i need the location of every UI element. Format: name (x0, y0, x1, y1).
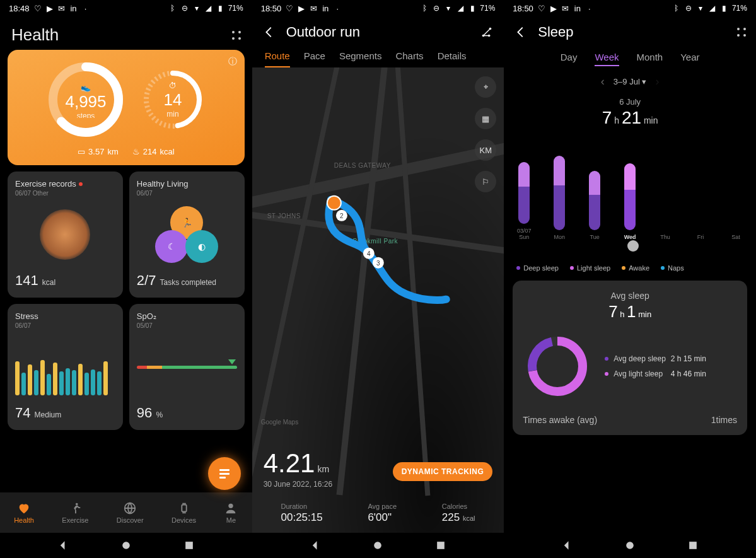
sleep-legend: Deep sleep Light sleep Awake Naps (504, 259, 756, 277)
prev-range-icon[interactable]: ‹ (601, 75, 605, 88)
avg-sleep-card[interactable]: Avg sleep 7 h 1 min Avg deep sleep2 h 15… (513, 281, 747, 435)
stress-bar-chart (15, 339, 115, 395)
sunrise-graphic (15, 209, 115, 260)
range-week[interactable]: Week (595, 52, 619, 66)
status-bar: 18:50 ♡▶✉in· ᛒ⊖▾◢▮71% (504, 0, 756, 16)
tab-me[interactable]: Me (224, 501, 238, 524)
route-map[interactable]: DEALS GATEWAY ST JOHNS Brookmill Park 2 … (252, 67, 504, 533)
map-attribution: Google Maps (261, 419, 298, 426)
svg-rect-24 (438, 542, 445, 549)
clock: 18:48 (9, 4, 30, 13)
status-bar: 18:50 ♡▶✉in· ᛒ⊖▾◢▮71% (252, 0, 504, 16)
run-footer-stats: Duration00:25:15 Avg pace6'00" Calories2… (252, 499, 504, 528)
clover-graphic: 🏃 ☾ ◐ (155, 206, 218, 263)
route-pin-icon[interactable]: ⚐ (475, 171, 496, 192)
bottom-tab-bar: Health Exercise Discover Devices Me (0, 492, 252, 533)
svg-point-7 (76, 503, 78, 506)
tab-exercise[interactable]: Exercise (62, 501, 88, 524)
page-title: Outdoor run (286, 24, 360, 40)
notification-dot-icon (79, 182, 83, 186)
activity-hero-card[interactable]: ⓘ 👟 4,995 steps (8, 50, 245, 165)
heart-icon: ♡ (33, 4, 42, 13)
android-nav-bar (252, 533, 504, 558)
range-day[interactable]: Day (561, 52, 578, 66)
clock: 18:50 (261, 4, 282, 13)
tab-segments[interactable]: Segments (339, 50, 382, 67)
route-polyline: 2 3 4 (252, 67, 504, 508)
svg-point-16 (327, 196, 341, 210)
map-layers-icon[interactable]: ▦ (475, 108, 496, 129)
times-awake-row: Times awake (avg) 1times (523, 415, 737, 425)
menu-dots-icon[interactable] (737, 28, 746, 37)
back-nav-icon[interactable] (561, 539, 573, 552)
run-tabs: Route Pace Segments Charts Details (252, 48, 504, 67)
android-nav-bar (0, 533, 252, 558)
range-tabs: Day Week Month Year (504, 52, 756, 66)
weekly-sleep-chart[interactable]: 03/07 Sun Mon Tue Wed Thu Fri Sat (513, 139, 747, 240)
tab-devices[interactable]: Devices (172, 501, 196, 524)
steps-ring: 👟 4,995 steps (45, 59, 127, 141)
next-range-icon[interactable]: › (655, 75, 659, 88)
battery-pct: 71% (228, 4, 243, 13)
signal-icon: ◢ (204, 4, 213, 13)
day-scrubber[interactable] (513, 240, 747, 259)
mail-icon: ✉ (57, 4, 66, 13)
spo2-card[interactable]: SpO₂ 05/07 96 % (129, 304, 245, 430)
menu-dots-icon[interactable] (232, 31, 241, 40)
range-month[interactable]: Month (637, 52, 663, 66)
minutes-ring: ⏱ 14 min (138, 65, 207, 134)
svg-point-10 (229, 504, 233, 508)
stress-card[interactable]: Stress 06/07 74 Medium (8, 304, 123, 430)
back-nav-icon[interactable] (57, 539, 69, 552)
svg-point-11 (122, 542, 130, 549)
locate-icon[interactable]: ⌖ (475, 76, 496, 98)
tab-charts[interactable]: Charts (395, 50, 423, 67)
svg-text:3: 3 (376, 260, 380, 267)
svg-text:2: 2 (340, 212, 344, 219)
fab-button[interactable] (208, 457, 241, 490)
status-icons-left: ♡ ▶ ✉ in · (33, 4, 90, 13)
share-route-icon[interactable] (480, 25, 494, 39)
run-header: Outdoor run (252, 16, 504, 48)
range-year[interactable]: Year (680, 52, 699, 66)
status-bar: 18:48 ♡ ▶ ✉ in · ᛒ ⊖ ▾ ◢ ▮ 71% (0, 0, 252, 16)
watch-icon (177, 501, 191, 515)
wifi-icon: ▾ (192, 4, 201, 13)
tab-discover[interactable]: Discover (117, 501, 144, 524)
recents-nav-icon[interactable] (434, 539, 447, 552)
recents-nav-icon[interactable] (687, 539, 699, 552)
tab-route[interactable]: Route (265, 50, 290, 67)
spo2-gauge (137, 339, 237, 395)
km-marker-icon[interactable]: KM (475, 139, 496, 161)
dynamic-tracking-button[interactable]: DYNAMIC TRACKING (393, 462, 493, 481)
svg-rect-5 (219, 473, 230, 475)
clock: 18:50 (513, 4, 533, 13)
home-nav-icon[interactable] (120, 539, 132, 552)
tab-pace[interactable]: Pace (304, 50, 325, 67)
tab-details[interactable]: Details (438, 50, 467, 67)
sleep-header: Sleep (504, 16, 756, 48)
range-label[interactable]: 3–9 Jul ▾ (614, 77, 647, 86)
sleep-petal-icon: ☾ (155, 230, 188, 263)
back-icon[interactable] (262, 25, 276, 39)
home-nav-icon[interactable] (371, 539, 384, 552)
distance-stat: ▭ 3.57 km (78, 147, 119, 156)
heart-icon (17, 501, 31, 515)
battery-icon: ▮ (216, 4, 225, 13)
home-nav-icon[interactable] (624, 539, 636, 552)
sleep-donut-chart (523, 332, 592, 401)
youtube-icon: ▶ (45, 4, 54, 13)
back-icon[interactable] (514, 25, 528, 39)
tab-health[interactable]: Health (14, 501, 34, 524)
page-title: Sleep (538, 24, 573, 40)
app-header: Health (0, 16, 252, 50)
exercise-records-card[interactable]: Exercise records 06/07 Other 141 kcal (8, 171, 123, 298)
checklist-icon (217, 466, 232, 481)
info-icon[interactable]: ⓘ (228, 56, 237, 67)
back-nav-icon[interactable] (309, 539, 322, 552)
bluetooth-icon: ᛒ (168, 4, 177, 13)
recents-nav-icon[interactable] (183, 539, 195, 552)
healthy-living-card[interactable]: Healthy Living 06/07 🏃 ☾ ◐ 2/7 Tasks com… (129, 171, 245, 298)
selected-date: 6 July (504, 97, 756, 107)
svg-rect-4 (219, 469, 230, 471)
